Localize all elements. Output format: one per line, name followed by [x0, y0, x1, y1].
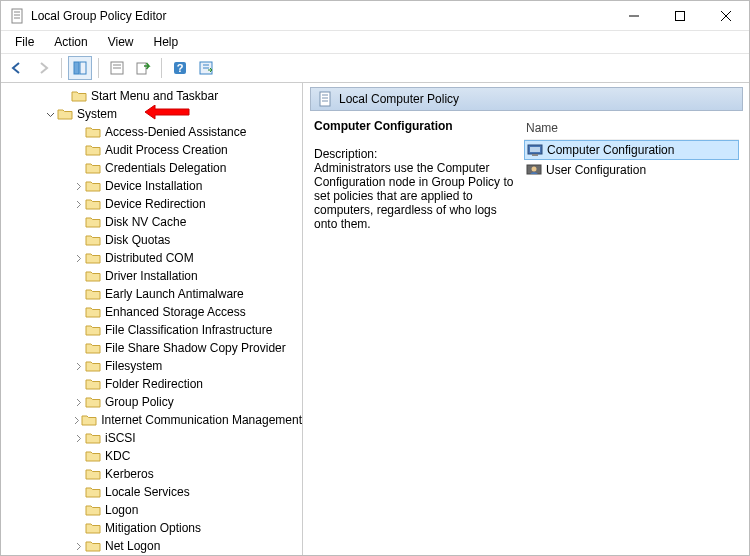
folder-icon	[85, 359, 101, 373]
tree-item[interactable]: Device Redirection	[1, 195, 302, 213]
tree-label: Driver Installation	[105, 269, 198, 283]
folder-icon	[85, 395, 101, 409]
tree-item[interactable]: KDC	[1, 447, 302, 465]
computer-config-icon	[527, 142, 543, 158]
tree-item-system[interactable]: System	[1, 105, 302, 123]
tree-label: Net Logon	[105, 539, 160, 553]
menu-file[interactable]: File	[7, 33, 42, 51]
tree-item[interactable]: File Share Shadow Copy Provider	[1, 339, 302, 357]
tree-item[interactable]: Driver Installation	[1, 267, 302, 285]
help-button[interactable]: ?	[168, 56, 192, 80]
list-item[interactable]: Computer Configuration	[524, 140, 739, 160]
tree-pane[interactable]: Start Menu and Taskbar System Access-Den…	[1, 83, 303, 555]
folder-icon	[85, 431, 101, 445]
details-header-title: Local Computer Policy	[339, 92, 459, 106]
expander-placeholder	[71, 341, 85, 355]
tree-item[interactable]: Group Policy	[1, 393, 302, 411]
list-item[interactable]: User Configuration	[524, 160, 739, 180]
expander-placeholder	[71, 287, 85, 301]
tree-item[interactable]: Audit Process Creation	[1, 141, 302, 159]
tree-label: KDC	[105, 449, 130, 463]
tree-label: Enhanced Storage Access	[105, 305, 246, 319]
svg-point-25	[532, 167, 537, 172]
expand-icon[interactable]	[71, 395, 85, 409]
show-tree-button[interactable]	[68, 56, 92, 80]
menu-action[interactable]: Action	[46, 33, 95, 51]
tree-item[interactable]: Internet Communication Management	[1, 411, 302, 429]
tree-item[interactable]: Early Launch Antimalware	[1, 285, 302, 303]
tree-item[interactable]: Kerberos	[1, 465, 302, 483]
app-icon	[9, 8, 25, 24]
tree-item[interactable]: Filesystem	[1, 357, 302, 375]
tree-label: Disk Quotas	[105, 233, 170, 247]
close-button[interactable]	[703, 1, 749, 31]
menu-bar: File Action View Help	[1, 31, 749, 53]
list-item-label: User Configuration	[546, 163, 646, 177]
tree-item[interactable]: Logon	[1, 501, 302, 519]
filter-button[interactable]	[194, 56, 218, 80]
folder-icon	[85, 125, 101, 139]
window-title: Local Group Policy Editor	[31, 9, 166, 23]
tree-item[interactable]: Enhanced Storage Access	[1, 303, 302, 321]
tree-label: Credentials Delegation	[105, 161, 226, 175]
tree-label: Folder Redirection	[105, 377, 203, 391]
menu-help[interactable]: Help	[146, 33, 187, 51]
menu-view[interactable]: View	[100, 33, 142, 51]
folder-icon	[85, 269, 101, 283]
svg-rect-8	[74, 62, 79, 74]
expand-icon[interactable]	[71, 413, 81, 427]
svg-rect-22	[530, 147, 540, 152]
forward-button[interactable]	[31, 56, 55, 80]
tree-label: Internet Communication Management	[101, 413, 302, 427]
folder-icon	[85, 503, 101, 517]
main-area: Start Menu and Taskbar System Access-Den…	[1, 83, 749, 555]
column-header-name[interactable]: Name	[524, 119, 739, 140]
properties-button[interactable]	[105, 56, 129, 80]
toolbar-separator	[161, 58, 162, 78]
expand-icon[interactable]	[71, 359, 85, 373]
tree-item[interactable]: File Classification Infrastructure	[1, 321, 302, 339]
tree-item[interactable]: Disk Quotas	[1, 231, 302, 249]
tree-item[interactable]: Credentials Delegation	[1, 159, 302, 177]
svg-rect-9	[80, 62, 86, 74]
tree-label: iSCSI	[105, 431, 136, 445]
tree-item[interactable]: Net Logon	[1, 537, 302, 555]
folder-icon	[85, 305, 101, 319]
expander-placeholder	[71, 467, 85, 481]
folder-icon	[85, 521, 101, 535]
toolbar: ?	[1, 53, 749, 83]
items-column: Name Computer ConfigurationUser Configur…	[524, 119, 739, 551]
tree-item[interactable]: Locale Services	[1, 483, 302, 501]
folder-icon	[85, 485, 101, 499]
expand-icon[interactable]	[71, 539, 85, 553]
expand-icon[interactable]	[71, 179, 85, 193]
tree-label: Audit Process Creation	[105, 143, 228, 157]
svg-rect-5	[676, 11, 685, 20]
maximize-button[interactable]	[657, 1, 703, 31]
expander-placeholder	[71, 521, 85, 535]
expand-icon[interactable]	[71, 251, 85, 265]
tree-label: Group Policy	[105, 395, 174, 409]
svg-rect-13	[137, 63, 146, 74]
tree-item[interactable]: Start Menu and Taskbar	[1, 87, 302, 105]
export-button[interactable]	[131, 56, 155, 80]
tree-item[interactable]: Folder Redirection	[1, 375, 302, 393]
tree-label: Filesystem	[105, 359, 162, 373]
minimize-button[interactable]	[611, 1, 657, 31]
collapse-icon[interactable]	[43, 107, 57, 121]
tree-item[interactable]: Mitigation Options	[1, 519, 302, 537]
tree-label: Logon	[105, 503, 138, 517]
tree-item[interactable]: iSCSI	[1, 429, 302, 447]
back-button[interactable]	[5, 56, 29, 80]
tree-item[interactable]: Disk NV Cache	[1, 213, 302, 231]
expand-icon[interactable]	[71, 431, 85, 445]
tree-item[interactable]: Device Installation	[1, 177, 302, 195]
folder-icon	[85, 233, 101, 247]
expand-icon[interactable]	[71, 197, 85, 211]
svg-rect-17	[320, 92, 330, 106]
folder-icon	[85, 251, 101, 265]
tree-item[interactable]: Access-Denied Assistance	[1, 123, 302, 141]
tree-item[interactable]: Distributed COM	[1, 249, 302, 267]
expander-placeholder	[71, 233, 85, 247]
expander-placeholder	[71, 503, 85, 517]
